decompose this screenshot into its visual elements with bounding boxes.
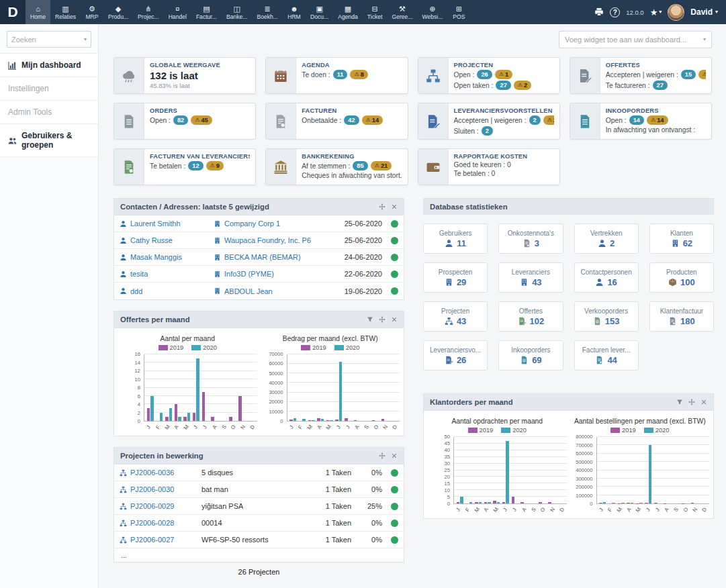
dashboard-box-facturen-van-leveranciers[interactable]: FACTUREN VAN LEVERANCIERSTe betalen :12⚠… <box>114 148 256 185</box>
stat-box-gebruikers[interactable]: Gebruikers11 <box>423 224 488 254</box>
stat-box-verkooporders[interactable]: Verkooporders153 <box>574 301 639 332</box>
dashboard-box-rapportage-kosten[interactable]: RAPPORTAGE KOSTENGoed te keuren : 0Te be… <box>418 148 560 185</box>
count-badge[interactable]: 15 <box>681 70 696 79</box>
warning-badge[interactable]: ⚠21 <box>371 161 392 170</box>
projects-more[interactable]: ... <box>114 548 404 562</box>
filter-icon[interactable] <box>367 316 373 323</box>
dashboard-box-globale-weergave[interactable]: GLOBALE WEERGAVE132 is laat45.83% is laa… <box>114 57 256 94</box>
nav-item-pos[interactable]: ⊞POS <box>447 0 470 24</box>
stat-box-leveranciersvo[interactable]: Leveranciersvo...26 <box>423 340 488 371</box>
add-widget-select[interactable]: Voeg widget toe aan uw dashboard... ▾ <box>559 31 712 48</box>
dashboard-box-agenda[interactable]: AGENDATe doen :11⚠8 <box>265 57 408 94</box>
dashboard-box-projecten[interactable]: PROJECTENOpen :26⚠1Open taken :27⚠2 <box>418 57 560 94</box>
nav-item-websi[interactable]: ⊕Websi... <box>418 0 448 24</box>
nav-item-docu[interactable]: ▣Docu... <box>306 0 333 24</box>
warning-badge[interactable]: ⚠14 <box>647 115 668 125</box>
nav-item-factur[interactable]: ▤Factur... <box>191 0 222 24</box>
move-widget-icon[interactable] <box>379 316 385 323</box>
nav-item-relaties[interactable]: ▥Relaties <box>50 0 81 24</box>
warning-badge[interactable]: ⚠1 <box>495 70 512 79</box>
nav-item-mrp[interactable]: ⚙MRP <box>81 0 103 24</box>
dashboard-box-orders[interactable]: ORDERSOpen :82⚠45 <box>114 103 256 140</box>
project-ref-link[interactable]: PJ2006-0027 <box>130 536 174 544</box>
count-badge[interactable]: 42 <box>344 115 359 125</box>
contact-name-link[interactable]: tesita <box>130 270 148 278</box>
stat-box-vertrekken[interactable]: Vertrekken2 <box>574 224 639 254</box>
move-widget-icon[interactable] <box>379 452 385 459</box>
company-link[interactable]: Waupaca Foundry, Inc. P6 <box>224 236 311 244</box>
nav-item-hrm[interactable]: ☻HRM <box>283 0 306 24</box>
count-badge[interactable]: 2 <box>482 126 493 136</box>
warning-badge[interactable]: ⚠9 <box>206 161 224 170</box>
stat-box-projecten[interactable]: Projecten43 <box>423 301 488 332</box>
contact-name-link[interactable]: ddd <box>130 287 142 295</box>
nav-item-boekh[interactable]: ≣Boekh... <box>252 0 283 24</box>
warning-badge[interactable]: ⚠45 <box>191 115 212 125</box>
stat-box-facturen-lever[interactable]: Facturen lever...44 <box>574 340 639 371</box>
close-widget-icon[interactable] <box>700 399 707 405</box>
contact-name-link[interactable]: Masak Manggis <box>130 253 182 261</box>
user-menu[interactable]: David▾ <box>690 7 718 17</box>
company-link[interactable]: BECKA MAR (BEMAR) <box>224 253 301 261</box>
stat-box-klanten[interactable]: Klanten62 <box>649 224 714 254</box>
contact-name-link[interactable]: Cathy Russe <box>130 236 173 244</box>
stat-box-klantenfactuur[interactable]: Klantenfactuur180 <box>649 301 714 332</box>
dashboard-box-offertes[interactable]: OFFERTESAccepteren | weigeren :15⚠13Te f… <box>570 57 712 94</box>
dashboard-box-inkooporders[interactable]: INKOOPORDERSOpen :14⚠14In afwachting van… <box>570 103 712 140</box>
move-widget-icon[interactable] <box>688 399 695 405</box>
stat-box-prospecten[interactable]: Prospecten29 <box>423 262 488 293</box>
project-ref-link[interactable]: PJ2006-0036 <box>130 469 174 477</box>
company-link[interactable]: ABDOUL Jean <box>224 287 273 295</box>
filter-icon[interactable] <box>676 399 683 405</box>
count-badge[interactable]: 26 <box>477 70 492 79</box>
warning-badge[interactable]: ⚠14 <box>362 115 383 125</box>
move-widget-icon[interactable] <box>379 203 385 210</box>
search-input[interactable] <box>11 36 79 44</box>
stat-box-contactpersonen[interactable]: Contactpersonen16 <box>574 262 639 293</box>
count-badge[interactable]: 11 <box>333 70 348 79</box>
nav-item-ticket[interactable]: ⊟Ticket <box>363 0 388 24</box>
company-link[interactable]: Company Corp 1 <box>224 219 280 228</box>
stat-box-offertes[interactable]: Offertes102 <box>498 301 563 332</box>
count-badge[interactable]: 2 <box>529 115 541 125</box>
warning-badge[interactable]: ⚠8 <box>350 70 367 79</box>
warning-badge[interactable]: ⚠13 <box>698 70 706 79</box>
company-link[interactable]: Info3D (PYME) <box>224 270 274 278</box>
project-ref-link[interactable]: PJ2006-0029 <box>130 502 174 510</box>
count-badge[interactable]: 12 <box>188 161 203 170</box>
stat-box-producten[interactable]: Producten100 <box>649 262 714 293</box>
count-badge[interactable]: 27 <box>496 81 510 90</box>
bookmarks-menu[interactable]: ★▾ <box>650 8 662 17</box>
user-avatar[interactable] <box>668 4 684 21</box>
sidebar-item-mijn-dashboard[interactable]: Mijn dashboard <box>0 53 98 77</box>
sidebar-item-admin-tools[interactable]: Admin Tools <box>0 101 98 124</box>
nav-item-projec[interactable]: ⋔Projec... <box>133 0 164 24</box>
nav-item-banke[interactable]: ◫Banke... <box>222 0 253 24</box>
dashboard-box-leveranciersvoorstellen[interactable]: LEVERANCIERSVOORSTELLENAccepteren | weig… <box>418 103 560 140</box>
print-icon[interactable] <box>594 7 604 17</box>
stat-box-inkooporders[interactable]: Inkooporders69 <box>498 340 563 371</box>
count-badge[interactable]: 82 <box>173 115 188 125</box>
project-ref-link[interactable]: PJ2006-0028 <box>130 519 174 527</box>
dashboard-box-bankrekening[interactable]: BANKREKENINGAf te stemmen :85⚠21Cheques … <box>265 148 408 185</box>
count-badge[interactable]: 27 <box>653 81 668 90</box>
sidebar-item-gebruikers-groepen[interactable]: Gebruikers & groepen <box>0 124 98 157</box>
stat-box-onkostennota-s[interactable]: Onkostennota's3 <box>498 224 563 254</box>
stat-box-leveranciers[interactable]: Leveranciers43 <box>498 262 563 293</box>
warning-badge[interactable]: ⚠2 <box>543 115 554 125</box>
nav-item-home[interactable]: ⌂Home <box>26 0 50 24</box>
nav-item-produ[interactable]: ◆Produ... <box>103 0 133 24</box>
project-ref-link[interactable]: PJ2006-0030 <box>130 485 174 493</box>
close-widget-icon[interactable] <box>391 452 398 459</box>
dashboard-box-facturen[interactable]: FACTURENOnbetaalde :42⚠14 <box>265 103 408 140</box>
sidebar-search[interactable]: ▾ <box>7 31 91 48</box>
nav-item-handel[interactable]: ¤Handel <box>164 0 191 24</box>
sidebar-item-instellingen[interactable]: Instellingen <box>0 77 98 101</box>
help-icon[interactable]: ? <box>610 7 620 17</box>
nav-item-geree[interactable]: ⚒Geree... <box>387 0 417 24</box>
close-widget-icon[interactable] <box>391 203 398 210</box>
count-badge[interactable]: 14 <box>629 115 644 125</box>
app-logo[interactable]: D <box>0 0 26 24</box>
close-widget-icon[interactable] <box>391 316 398 323</box>
contact-name-link[interactable]: Laurent Smithh <box>130 219 181 228</box>
